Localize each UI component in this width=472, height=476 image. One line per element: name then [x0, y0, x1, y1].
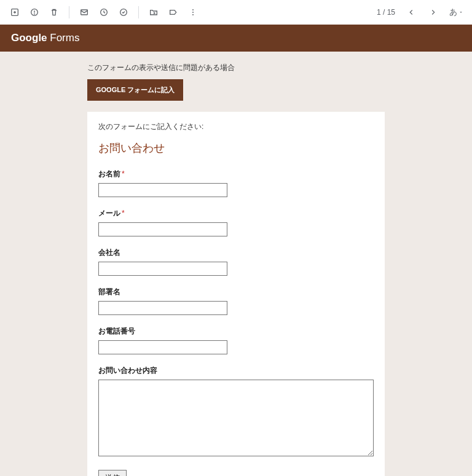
delete-icon[interactable]: [45, 4, 63, 21]
svg-point-7: [192, 12, 194, 13]
brand-bold: Google: [11, 32, 47, 44]
toolbar: 1 / 15 あ: [0, 0, 472, 25]
brand-thin: Forms: [47, 32, 80, 44]
input-dept[interactable]: [98, 301, 227, 315]
brand-bar: Google Forms: [0, 25, 472, 52]
field-dept: 部署名: [98, 287, 374, 315]
form-card: 次のフォームにご記入ください: お問い合わせ お名前* メール* 会社名 部署名…: [87, 112, 385, 476]
field-phone: お電話番号: [98, 326, 374, 354]
snooze-icon[interactable]: [95, 4, 112, 21]
toolbar-right: 1 / 15 あ: [377, 4, 466, 21]
input-message[interactable]: [98, 380, 374, 456]
page-indicator: 1 / 15: [377, 8, 395, 17]
fallback-notice: このフォームの表示や送信に問題がある場合 GOOGLE フォームに記入: [87, 63, 385, 101]
form-title: お問い合わせ: [98, 141, 374, 155]
toolbar-separator: [69, 6, 69, 18]
required-mark: *: [122, 209, 125, 217]
mail-unread-icon[interactable]: [76, 4, 93, 21]
input-method-button[interactable]: あ: [447, 6, 466, 19]
input-email[interactable]: [98, 222, 227, 236]
label-icon[interactable]: [165, 4, 182, 21]
toolbar-separator: [138, 6, 139, 18]
label-company: 会社名: [98, 248, 374, 258]
input-phone[interactable]: [98, 340, 227, 354]
field-name: お名前*: [98, 169, 374, 197]
input-name[interactable]: [98, 183, 227, 197]
prev-icon[interactable]: [403, 4, 420, 21]
svg-point-8: [192, 14, 194, 15]
label-name: お名前*: [98, 169, 374, 179]
more-icon[interactable]: [184, 4, 202, 21]
svg-point-2: [34, 14, 35, 14]
page-background: Google Forms このフォームの表示や送信に問題がある場合 GOOGLE…: [0, 25, 472, 476]
spam-icon[interactable]: [26, 4, 43, 21]
svg-point-6: [192, 9, 194, 10]
required-mark: *: [122, 170, 125, 178]
fallback-text: このフォームの表示や送信に問題がある場合: [87, 63, 385, 73]
form-instructions: 次のフォームにご記入ください:: [98, 122, 374, 132]
label-email: メール*: [98, 208, 374, 219]
task-icon[interactable]: [115, 4, 132, 21]
label-phone: お電話番号: [98, 326, 374, 337]
submit-button[interactable]: 送信: [98, 470, 127, 476]
archive-add-icon[interactable]: [6, 4, 23, 21]
next-icon[interactable]: [425, 4, 442, 21]
chevron-down-icon: [458, 10, 463, 15]
label-dept: 部署名: [98, 287, 374, 297]
toolbar-left: [6, 4, 202, 21]
open-in-forms-button[interactable]: GOOGLE フォームに記入: [87, 79, 183, 101]
label-message: お問い合わせ内容: [98, 365, 374, 376]
field-company: 会社名: [98, 248, 374, 276]
field-message: お問い合わせ内容: [98, 365, 374, 459]
field-email: メール*: [98, 208, 374, 236]
input-company[interactable]: [98, 262, 227, 276]
move-to-icon[interactable]: [145, 4, 162, 21]
